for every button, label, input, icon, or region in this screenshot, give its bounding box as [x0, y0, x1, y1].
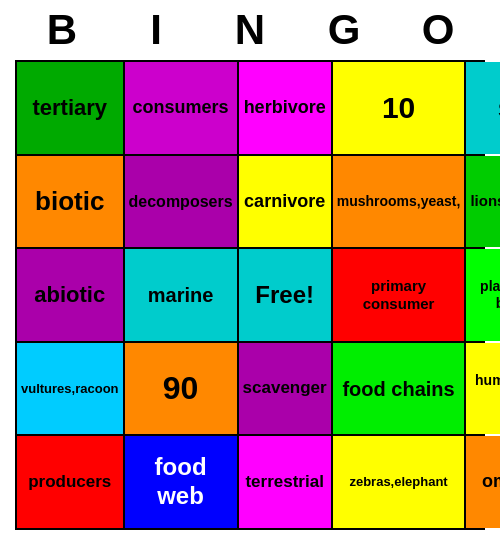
cell-text-12: Free! — [255, 281, 314, 310]
cell-text-2: herbivore — [244, 97, 326, 119]
header-letter-o: O — [395, 6, 481, 54]
cell-text-7: carnivore — [244, 191, 325, 213]
bingo-cell-7: carnivore — [239, 156, 331, 248]
cell-text-20: producers — [28, 472, 111, 492]
cell-text-8: mushrooms,yeast, — [337, 193, 461, 210]
cell-text-18: food chains — [342, 377, 454, 401]
cell-text-11: marine — [148, 283, 214, 307]
bingo-cell-11: marine — [125, 249, 237, 341]
cell-text-0: tertiary — [32, 95, 107, 121]
bingo-cell-4: sun — [466, 62, 500, 154]
bingo-cell-2: herbivore — [239, 62, 331, 154]
bingo-cell-21: food web — [125, 436, 237, 528]
bingo-cell-5: biotic — [17, 156, 123, 248]
cell-text-19: humans bears skunk — [470, 372, 500, 406]
bingo-cell-14: plants algae, bacteria — [466, 249, 500, 341]
bingo-cell-13: primary consumer — [333, 249, 465, 341]
cell-text-13: primary consumer — [337, 277, 461, 313]
bingo-cell-18: food chains — [333, 343, 465, 435]
bingo-cell-12: Free! — [239, 249, 331, 341]
bingo-cell-15: vultures,racoon — [17, 343, 123, 435]
bingo-cell-6: decomposers — [125, 156, 237, 248]
cell-text-1: consumers — [133, 97, 229, 119]
bingo-cell-9: lions,cheetahs — [466, 156, 500, 248]
bingo-cell-17: scavenger — [239, 343, 331, 435]
header-letter-b: B — [19, 6, 105, 54]
cell-text-17: scavenger — [243, 378, 327, 398]
bingo-cell-1: consumers — [125, 62, 237, 154]
bingo-header: BINGO — [15, 0, 485, 60]
bingo-cell-24: omnivore — [466, 436, 500, 528]
bingo-grid: tertiaryconsumersherbivore10sunbioticdec… — [15, 60, 485, 530]
cell-text-10: abiotic — [34, 282, 105, 308]
bingo-cell-19: humans bears skunk — [466, 343, 500, 435]
bingo-cell-23: zebras,elephant — [333, 436, 465, 528]
cell-text-6: decomposers — [129, 192, 233, 211]
bingo-cell-0: tertiary — [17, 62, 123, 154]
bingo-cell-20: producers — [17, 436, 123, 528]
cell-text-14: plants algae, bacteria — [470, 278, 500, 312]
cell-text-15: vultures,racoon — [21, 381, 119, 397]
bingo-cell-22: terrestrial — [239, 436, 331, 528]
cell-text-22: terrestrial — [245, 472, 323, 492]
bingo-cell-8: mushrooms,yeast, — [333, 156, 465, 248]
bingo-cell-16: 90 — [125, 343, 237, 435]
header-letter-i: I — [113, 6, 199, 54]
cell-text-9: lions,cheetahs — [470, 192, 500, 210]
bingo-cell-3: 10 — [333, 62, 465, 154]
bingo-cell-10: abiotic — [17, 249, 123, 341]
cell-text-5: biotic — [35, 186, 104, 217]
cell-text-23: zebras,elephant — [349, 474, 447, 490]
cell-text-21: food web — [129, 453, 233, 511]
cell-text-3: 10 — [382, 90, 415, 126]
header-letter-g: G — [301, 6, 387, 54]
header-letter-n: N — [207, 6, 293, 54]
cell-text-16: 90 — [163, 369, 199, 407]
cell-text-24: omnivore — [482, 471, 500, 493]
